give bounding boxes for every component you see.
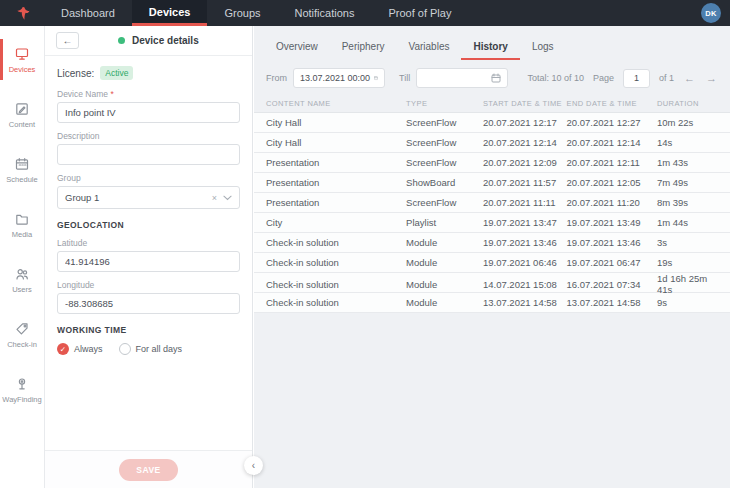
radio-option-for-all-days[interactable]: For all days: [119, 343, 183, 355]
tab-periphery[interactable]: Periphery: [330, 34, 397, 60]
cell-start-date: 20.07.2021 11:11: [483, 197, 567, 208]
latitude-field-group: Latitude: [57, 238, 240, 272]
cell-end-date: 20.07.2021 12:05: [567, 177, 657, 188]
sidebar-item-label: Devices: [9, 65, 36, 74]
till-date-input[interactable]: [416, 68, 508, 88]
nav-label: Notifications: [295, 7, 355, 19]
back-arrow-icon: ←: [63, 35, 73, 46]
license-row: License: Active: [57, 66, 240, 80]
from-date-input[interactable]: 13.07.2021 00:00: [293, 68, 385, 88]
chevron-left-icon: ‹: [252, 460, 255, 471]
sidebar-item-wayfinding[interactable]: WayFinding: [0, 362, 44, 417]
page-input[interactable]: [623, 69, 650, 88]
column-header: CONTENT NAME: [266, 99, 406, 108]
license-status-badge: Active: [100, 66, 133, 80]
sidebar-item-check-in[interactable]: Check-in: [0, 307, 44, 362]
cell-duration: 8m 39s: [657, 197, 718, 208]
save-button[interactable]: SAVE: [119, 459, 178, 481]
table-row: City Hall ScreenFlow 20.07.2021 12:17 20…: [254, 113, 730, 133]
cell-end-date: 20.07.2021 12:14: [567, 137, 657, 148]
sidebar-item-media[interactable]: Media: [0, 197, 44, 252]
from-label: From: [266, 73, 287, 83]
cell-start-date: 19.07.2021 13:46: [483, 237, 567, 248]
group-label: Group: [57, 173, 240, 183]
pagination: Total: 10 of 10 Page of 1 ← →: [527, 69, 718, 88]
cell-content-name: Check-in solution: [266, 297, 406, 308]
radio-unchecked-icon: [119, 343, 131, 355]
cell-duration: 9s: [657, 297, 718, 308]
column-header: TYPE: [406, 99, 483, 108]
device-name-input[interactable]: [57, 102, 240, 123]
radio-label: Always: [74, 344, 103, 354]
group-select[interactable]: Group 1 ×: [57, 186, 240, 209]
sidebar-item-devices[interactable]: Devices: [0, 32, 44, 87]
clear-icon[interactable]: ×: [212, 193, 217, 203]
required-mark: *: [110, 89, 113, 99]
cell-type: Module: [406, 279, 483, 290]
device-name-field-group: Device Name *: [57, 89, 240, 123]
nav-item-devices[interactable]: Devices: [132, 0, 208, 26]
tab-logs[interactable]: Logs: [520, 34, 566, 60]
check-in-tag-icon: [14, 321, 30, 337]
main-content: Overview Periphery Variables History Log…: [254, 26, 730, 488]
cell-type: ScreenFlow: [406, 137, 483, 148]
table-row: Check-in solution Module 19.07.2021 06:4…: [254, 253, 730, 273]
history-table-body: City Hall ScreenFlow 20.07.2021 12:17 20…: [254, 113, 730, 313]
sidebar-item-schedule[interactable]: Schedule: [0, 142, 44, 197]
sidebar-item-users[interactable]: Users: [0, 252, 44, 307]
cell-type: ShowBoard: [406, 177, 483, 188]
column-header: END DATE & TIME: [567, 99, 657, 108]
column-header: DURATION: [657, 99, 718, 108]
tab-history[interactable]: History: [461, 34, 519, 60]
cell-start-date: 20.07.2021 12:09: [483, 157, 567, 168]
nav-label: Devices: [149, 6, 191, 18]
cell-type: ScreenFlow: [406, 157, 483, 168]
brand-logo[interactable]: [0, 0, 44, 26]
tab-bar: Overview Periphery Variables History Log…: [254, 26, 730, 60]
sidebar-item-content[interactable]: Content: [0, 87, 44, 142]
prev-page-arrow-icon[interactable]: ←: [683, 72, 696, 84]
cell-end-date: 19.07.2021 06:47: [567, 257, 657, 268]
monitor-icon: [14, 46, 30, 62]
collapse-panel-button[interactable]: ‹: [244, 456, 263, 475]
description-input[interactable]: [57, 144, 240, 165]
tab-variables[interactable]: Variables: [397, 34, 462, 60]
longitude-input[interactable]: [57, 293, 240, 314]
nav-item-groups[interactable]: Groups: [207, 0, 277, 26]
cell-end-date: 16.07.2021 07:34: [567, 279, 657, 290]
edit-content-icon: [14, 101, 30, 117]
module-sidebar: Devices Content Schedule Media Users Che…: [0, 26, 45, 488]
cell-type: ScreenFlow: [406, 197, 483, 208]
nav-item-notifications[interactable]: Notifications: [278, 0, 372, 26]
cell-duration: 7m 49s: [657, 177, 718, 188]
latitude-input[interactable]: [57, 251, 240, 272]
history-table-header: CONTENT NAME TYPE START DATE & TIME END …: [254, 95, 730, 113]
back-button[interactable]: ←: [56, 32, 79, 49]
table-row: City Hall ScreenFlow 20.07.2021 12:14 20…: [254, 133, 730, 153]
folder-icon: [14, 211, 30, 227]
working-time-section-header: WORKING TIME: [57, 325, 240, 335]
chevron-down-icon[interactable]: [223, 195, 232, 201]
cell-duration: 19s: [657, 257, 718, 268]
users-icon: [14, 266, 30, 282]
device-online-status-icon: [118, 37, 125, 44]
group-field-group: Group Group 1 ×: [57, 173, 240, 209]
sidebar-item-label: Content: [9, 120, 35, 129]
nav-item-dashboard[interactable]: Dashboard: [44, 0, 132, 26]
cell-start-date: 13.07.2021 14:58: [483, 297, 567, 308]
cell-start-date: 20.07.2021 11:57: [483, 177, 567, 188]
nav-item-proof-of-play[interactable]: Proof of Play: [371, 0, 468, 26]
license-label: License:: [57, 68, 94, 79]
sidebar-item-label: Check-in: [7, 340, 37, 349]
cell-end-date: 19.07.2021 13:49: [567, 217, 657, 228]
next-page-arrow-icon[interactable]: →: [705, 72, 718, 84]
radio-option-always[interactable]: ✓ Always: [57, 343, 103, 355]
cell-content-name: Presentation: [266, 177, 406, 188]
history-table: CONTENT NAME TYPE START DATE & TIME END …: [254, 95, 730, 313]
user-avatar[interactable]: DK: [701, 3, 721, 23]
description-field-group: Description: [57, 131, 240, 165]
top-navigation: Dashboard Devices Groups Notifications P…: [0, 0, 730, 26]
cell-type: ScreenFlow: [406, 117, 483, 128]
table-row: Presentation ScreenFlow 20.07.2021 12:09…: [254, 153, 730, 173]
tab-overview[interactable]: Overview: [264, 34, 330, 60]
